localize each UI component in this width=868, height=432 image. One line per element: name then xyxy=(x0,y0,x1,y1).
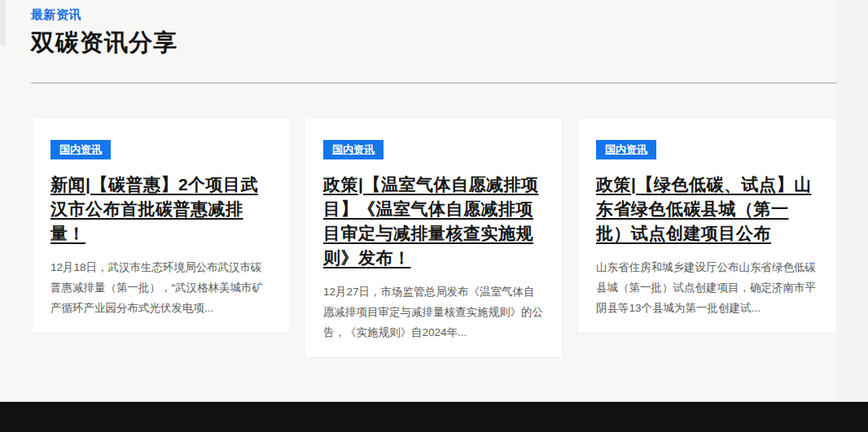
category-badge-link[interactable]: 国内资讯 xyxy=(596,140,656,159)
footer-bar xyxy=(0,401,868,432)
category-badge-link[interactable]: 国内资讯 xyxy=(323,140,384,159)
article-excerpt: 12月18日，武汉市生态环境局公布武汉市碳普惠减排量（第一批），“武汉格林美城市… xyxy=(50,257,271,318)
category-badge-link[interactable]: 国内资讯 xyxy=(50,140,111,159)
section-eyebrow: 最新资讯 xyxy=(31,7,868,23)
page-title: 双碳资讯分享 xyxy=(31,27,868,59)
news-card-list: 国内资讯 新闻|【碳普惠】2个项目武汉市公布首批碳普惠减排量！ 12月18日，武… xyxy=(33,119,836,357)
article-title-link[interactable]: 新闻|【碳普惠】2个项目武汉市公布首批碳普惠减排量！ xyxy=(50,172,271,246)
article-excerpt: 山东省住房和城乡建设厅公布山东省绿色低碳县城（第一批）试点创建项目，确定济南市平… xyxy=(596,257,818,318)
header-divider xyxy=(31,82,841,84)
news-card: 国内资讯 政策|【温室气体自愿减排项目】《温室气体自愿减排项目审定与减排量核查实… xyxy=(305,119,562,357)
news-card: 国内资讯 新闻|【碳普惠】2个项目武汉市公布首批碳普惠减排量！ 12月18日，武… xyxy=(33,119,289,333)
page-right-gutter xyxy=(837,0,868,401)
section-header: 最新资讯 双碳资讯分享 xyxy=(0,0,868,59)
article-title-link[interactable]: 政策|【绿色低碳、试点】山东省绿色低碳县城（第一批）试点创建项目公布 xyxy=(596,172,818,246)
news-card: 国内资讯 政策|【绿色低碳、试点】山东省绿色低碳县城（第一批）试点创建项目公布 … xyxy=(578,119,836,333)
article-title-link[interactable]: 政策|【温室气体自愿减排项目】《温室气体自愿减排项目审定与减排量核查实施规则》发… xyxy=(323,172,544,270)
article-excerpt: 12月27日，市场监管总局发布《温室气体自愿减排项目审定与减排量核查实施规则》的… xyxy=(323,281,544,343)
